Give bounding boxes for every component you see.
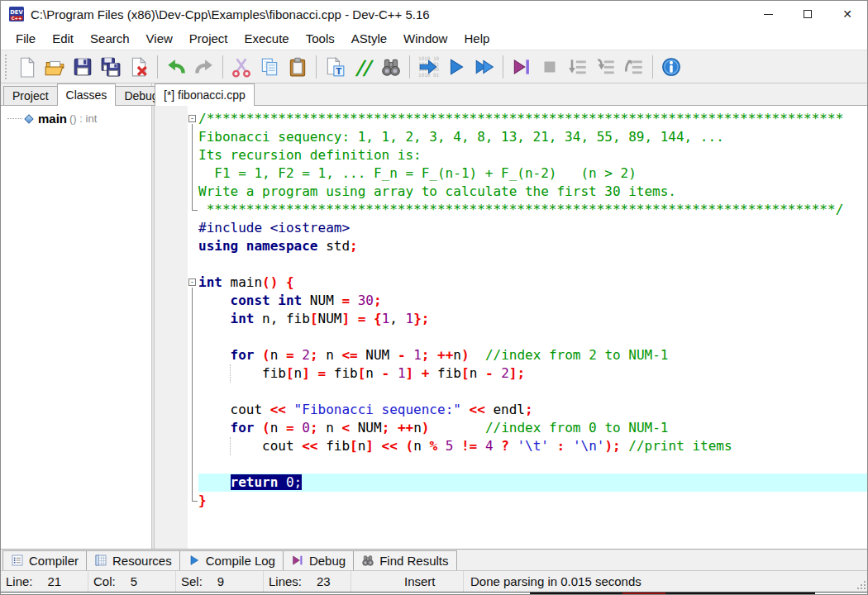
code-text[interactable]	[198, 328, 867, 346]
close-file-button[interactable]	[125, 54, 153, 80]
code-line-15[interactable]: 15 fib[n] = fib[n - 1] + fib[n - 2];	[155, 364, 867, 383]
code-line-21[interactable]: 21 return 0;	[155, 474, 867, 492]
tab-find-results[interactable]: Find Results	[353, 550, 456, 570]
code-text[interactable]: int main() {	[198, 274, 867, 292]
menu-tools[interactable]: Tools	[298, 29, 343, 48]
undo-button[interactable]	[162, 54, 190, 80]
code-text[interactable]: F1 = 1, F2 = 1, ... F_n = F_(n-1) + F_(n…	[198, 164, 867, 183]
menu-window[interactable]: Window	[395, 29, 455, 48]
code-line-2[interactable]: 2Fibonacci sequency: 1, 1, 2, 3, 4, 8, 1…	[155, 128, 867, 146]
code-line-20[interactable]: 20	[155, 455, 867, 474]
code-line-5[interactable]: 5Write a program using array to calculat…	[155, 183, 867, 201]
code-text[interactable]: /***************************************…	[198, 110, 867, 128]
code-text[interactable]	[198, 255, 867, 274]
code-text[interactable]: cout << "Fibonacci sequence:" << endl;	[198, 401, 867, 419]
code-line-1[interactable]: 1-/*************************************…	[155, 110, 867, 128]
menu-project[interactable]: Project	[181, 29, 236, 48]
stop-execution-button	[536, 54, 564, 80]
code-line-11[interactable]: 11 const int NUM = 30;	[155, 292, 867, 310]
tree-item-main[interactable]: main () : int	[1, 106, 151, 126]
insert-button[interactable]: T	[321, 54, 349, 80]
compile-button[interactable]: o1010 101011 011001 101010 01	[414, 54, 442, 80]
tab-project[interactable]: Project	[3, 86, 58, 105]
menu-edit[interactable]: Edit	[44, 29, 82, 48]
minimize-button[interactable]	[748, 1, 788, 27]
code-text[interactable]: Write a program using array to calculate…	[198, 183, 867, 201]
tab-compile-log[interactable]: Compile Log	[179, 550, 284, 570]
toolbar-separator	[652, 55, 653, 79]
code-text[interactable]	[198, 510, 867, 528]
code-text[interactable]: #include <iostream>	[198, 219, 867, 237]
maximize-button[interactable]	[788, 1, 827, 27]
code-line-23[interactable]: 23	[155, 510, 867, 528]
code-line-16[interactable]: 16	[155, 383, 867, 401]
copy-button[interactable]	[255, 54, 284, 80]
paste-button[interactable]	[284, 54, 312, 80]
code-text[interactable]	[198, 383, 867, 401]
menu-view[interactable]: View	[138, 29, 181, 48]
open-file-button[interactable]	[41, 54, 69, 80]
menu-bar: FileEditSearchViewProjectExecuteToolsASt…	[1, 27, 867, 50]
code-line-13[interactable]: 13	[155, 328, 867, 346]
code-line-19[interactable]: 19 cout << fib[n] << (n % 5 != 4 ? '\t' …	[155, 437, 867, 455]
tab-classes[interactable]: Classes	[57, 83, 117, 106]
code-line-18[interactable]: 18 for (n = 0; n < NUM; ++n) //index fro…	[155, 419, 867, 437]
menu-execute[interactable]: Execute	[236, 29, 298, 48]
code-line-8[interactable]: 8using namespace std;	[155, 237, 867, 255]
toolbar-separator	[503, 55, 503, 79]
resize-grip[interactable]	[857, 581, 866, 589]
code-text[interactable]: using namespace std;	[198, 237, 867, 255]
code-text[interactable]: for (n = 2; n <= NUM - 1; ++n) //index f…	[198, 346, 867, 364]
code-text[interactable]: ****************************************…	[198, 201, 867, 219]
code-line-3[interactable]: 3Its recursion definition is:	[155, 146, 867, 164]
menu-search[interactable]: Search	[82, 29, 138, 48]
code-text[interactable]: fib[n] = fib[n - 1] + fib[n - 2];	[198, 364, 867, 383]
code-line-22[interactable]: 22}	[155, 492, 867, 510]
code-text[interactable]: for (n = 0; n < NUM; ++n) //index from 0…	[198, 419, 867, 437]
tab-debug[interactable]: Debug	[283, 550, 354, 570]
menu-file[interactable]: File	[7, 29, 44, 48]
run-button[interactable]	[442, 54, 470, 80]
code-editor[interactable]: 1-/*************************************…	[155, 106, 867, 549]
code-line-10[interactable]: 10-int main() {	[155, 274, 867, 292]
code-text[interactable]: cout << fib[n] << (n % 5 != 4 ? '\t' : '…	[198, 437, 867, 455]
code-line-12[interactable]: 12 int n, fib[NUM] = {1, 1};	[155, 310, 867, 328]
code-text[interactable]: }	[198, 492, 867, 510]
tab-fibonacci-cpp[interactable]: [*] fibonacci.cpp	[155, 83, 255, 106]
redo-button[interactable]	[190, 54, 218, 80]
close-button[interactable]: ✕	[827, 1, 867, 27]
compile-and-run-button[interactable]	[470, 54, 498, 80]
app-icon: DEV C++	[9, 7, 24, 21]
toolbar-grip[interactable]	[5, 55, 10, 79]
about-button[interactable]	[657, 54, 685, 80]
compile-arrow-icon: o1010 101011 011001 101010 01	[417, 56, 439, 78]
code-line-14[interactable]: 14 for (n = 2; n <= NUM - 1; ++n) //inde…	[155, 346, 867, 364]
menu-help[interactable]: Help	[455, 29, 498, 48]
save-button[interactable]	[69, 54, 97, 80]
tab-compiler[interactable]: Compiler	[2, 550, 87, 570]
save-all-button[interactable]	[97, 54, 125, 80]
floppy-stack-icon	[100, 56, 122, 78]
code-line-9[interactable]: 9	[155, 255, 867, 274]
menu-astyle[interactable]: AStyle	[343, 29, 395, 48]
code-line-4[interactable]: 4 F1 = 1, F2 = 1, ... F_n = F_(n-1) + F_…	[155, 164, 867, 183]
code-line-6[interactable]: 6 **************************************…	[155, 201, 867, 219]
code-text[interactable]: const int NUM = 30;	[198, 292, 867, 310]
code-line-7[interactable]: 7#include <iostream>	[155, 219, 867, 237]
code-line-17[interactable]: 17 cout << "Fibonacci sequence:" << endl…	[155, 401, 867, 419]
toggle-comment-button[interactable]: //	[349, 54, 377, 80]
code-text[interactable]: Its recursion definition is:	[198, 146, 867, 164]
cut-button[interactable]	[227, 54, 255, 80]
code-text[interactable]: int n, fib[NUM] = {1, 1};	[198, 310, 867, 328]
code-text[interactable]	[198, 455, 867, 474]
find-button[interactable]	[377, 54, 405, 80]
new-file-button[interactable]	[12, 54, 41, 80]
fold-toggle-icon[interactable]: -	[188, 110, 198, 128]
method-diamond-icon	[24, 114, 33, 123]
tab-resources[interactable]: Resources	[86, 550, 180, 570]
fold-toggle-icon[interactable]: -	[188, 274, 198, 292]
fold-margin	[188, 128, 198, 146]
current-line[interactable]: return 0;	[198, 474, 867, 492]
debug-button[interactable]	[508, 54, 536, 80]
code-text[interactable]: Fibonacci sequency: 1, 1, 2, 3, 4, 8, 13…	[198, 128, 867, 146]
